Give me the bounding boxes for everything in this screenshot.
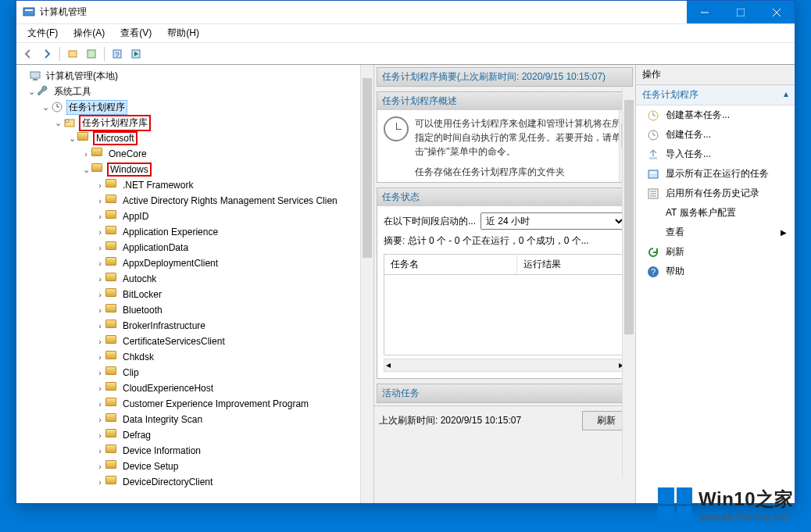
tree-label[interactable]: Application Experience bbox=[121, 227, 220, 237]
tree-label[interactable]: AppxDeploymentClient bbox=[121, 258, 220, 269]
action-item[interactable]: 创建基本任务... bbox=[636, 105, 795, 125]
tree-item[interactable]: › Autochk bbox=[18, 271, 372, 287]
tree-label[interactable]: Windows bbox=[107, 162, 152, 177]
tree-item[interactable]: › Bluetooth bbox=[18, 302, 372, 318]
actions-group-header[interactable]: 任务计划程序 ▴ bbox=[636, 85, 795, 105]
tree-label[interactable]: Defrag bbox=[121, 430, 152, 441]
tree-toggle-icon[interactable]: › bbox=[95, 180, 105, 190]
tree-task-scheduler-lib[interactable]: ⌄任务计划程序库 bbox=[52, 115, 372, 130]
tree-label[interactable]: BitLocker bbox=[121, 289, 163, 300]
action-item[interactable]: 导入任务... bbox=[636, 145, 795, 164]
tree-toggle-icon[interactable]: › bbox=[95, 212, 105, 221]
tree-task-scheduler[interactable]: ⌄ 任务计划程序 bbox=[18, 99, 372, 115]
task-table[interactable]: 任务名 运行结果 bbox=[384, 254, 626, 355]
tree-toggle-icon[interactable]: › bbox=[95, 430, 105, 440]
tree-label[interactable]: Device Information bbox=[121, 445, 202, 456]
tree-toggle-icon[interactable]: ⌄ bbox=[26, 87, 37, 97]
action-item[interactable]: ?帮助 bbox=[636, 262, 795, 281]
tree-toggle-icon[interactable]: › bbox=[95, 384, 105, 393]
tree-label[interactable]: Active Directory Rights Management Servi… bbox=[121, 195, 339, 206]
tree-label[interactable]: ApplicationData bbox=[121, 242, 190, 253]
tree-item[interactable]: › Chkdsk bbox=[18, 349, 372, 365]
tree-item[interactable]: › Data Integrity Scan bbox=[18, 412, 372, 427]
tree-windows[interactable]: ⌄Windows bbox=[52, 162, 372, 177]
tree-pane[interactable]: 计算机管理(本地) ⌄ 系统工具 ⌄ 任务计划程序 ⌄任务计划程序库 ⌄Micr… bbox=[16, 65, 374, 503]
menu-help[interactable]: 帮助(H) bbox=[159, 25, 207, 41]
action-item[interactable]: 刷新 bbox=[636, 242, 795, 262]
status-period-select[interactable]: 近 24 小时 bbox=[481, 212, 626, 230]
tree-toggle-icon[interactable]: ⌄ bbox=[80, 165, 91, 175]
tree-toggle-icon[interactable]: › bbox=[95, 337, 105, 346]
tree-label[interactable]: CloudExperienceHost bbox=[121, 383, 215, 394]
toolbar-up-button[interactable] bbox=[64, 45, 81, 62]
tree-item[interactable]: › BrokerInfrastructure bbox=[18, 318, 372, 334]
action-item[interactable]: 显示所有正在运行的任务 bbox=[636, 164, 795, 184]
toolbar-help-button[interactable]: ? bbox=[109, 45, 126, 62]
toolbar-properties-button[interactable] bbox=[83, 45, 100, 62]
summary-scrollbar[interactable] bbox=[622, 87, 635, 478]
tree-label[interactable]: DeviceDirectoryClient bbox=[121, 477, 214, 487]
tree-label[interactable]: OneCore bbox=[107, 148, 148, 159]
tree-toggle-icon[interactable]: › bbox=[95, 321, 105, 330]
tree-toggle-icon[interactable]: ⌄ bbox=[40, 102, 51, 112]
tree-item[interactable]: › Device Setup bbox=[18, 459, 372, 474]
tree-label[interactable]: AppID bbox=[121, 211, 150, 222]
status-header[interactable]: 任务状态 ▴ bbox=[377, 188, 632, 206]
tree-root[interactable]: 计算机管理(本地) bbox=[18, 68, 372, 84]
tree-toggle-icon[interactable]: ⌄ bbox=[66, 134, 77, 144]
tree-toggle-icon[interactable]: › bbox=[80, 149, 91, 159]
action-item[interactable]: 启用所有任务历史记录 bbox=[636, 184, 795, 203]
overview-header[interactable]: 任务计划程序概述 ▴ bbox=[377, 92, 632, 110]
tree-toggle-icon[interactable]: › bbox=[95, 352, 105, 362]
tree-label[interactable]: 任务计划程序 bbox=[66, 100, 127, 115]
tree-system-tools[interactable]: ⌄ 系统工具 bbox=[18, 84, 372, 99]
tree-label[interactable]: Customer Experience Improvement Program bbox=[121, 398, 310, 409]
menu-view[interactable]: 查看(V) bbox=[113, 25, 159, 41]
tree-item[interactable]: › DeviceDirectoryClient bbox=[18, 474, 372, 490]
tree-toggle-icon[interactable]: › bbox=[95, 243, 105, 252]
tree-label[interactable]: .NET Framework bbox=[121, 180, 195, 191]
action-item[interactable]: 创建任务... bbox=[636, 125, 795, 145]
tree-label[interactable]: Data Integrity Scan bbox=[121, 414, 204, 425]
tree-item[interactable]: › AppxDeploymentClient bbox=[18, 255, 372, 271]
tree-label[interactable]: CertificateServicesClient bbox=[121, 336, 227, 347]
tree-item[interactable]: › BitLocker bbox=[18, 287, 372, 302]
tree-toggle-icon[interactable]: › bbox=[95, 274, 105, 284]
col-task-name[interactable]: 任务名 bbox=[384, 255, 517, 274]
tree-item[interactable]: › Device Information bbox=[18, 443, 372, 459]
tree-item[interactable]: › CertificateServicesClient bbox=[18, 334, 372, 349]
action-item[interactable]: 查看▶ bbox=[636, 223, 795, 242]
tree-label[interactable]: Autochk bbox=[121, 273, 158, 284]
tree-label[interactable]: Clip bbox=[121, 367, 141, 378]
tree-toggle-icon[interactable]: › bbox=[95, 462, 105, 471]
tree-toggle-icon[interactable]: ⌄ bbox=[52, 118, 63, 128]
tree-label[interactable]: Bluetooth bbox=[121, 305, 164, 316]
minimize-button[interactable] bbox=[687, 1, 723, 23]
menu-action[interactable]: 操作(A) bbox=[66, 25, 113, 41]
tree-item[interactable]: › Clip bbox=[18, 365, 372, 380]
tree-item[interactable]: › .NET Framework bbox=[18, 177, 372, 193]
tree-label[interactable]: BrokerInfrastructure bbox=[121, 320, 207, 331]
tree-label[interactable]: 系统工具 bbox=[52, 85, 93, 98]
tree-toggle-icon[interactable]: › bbox=[95, 305, 105, 315]
toolbar-run-button[interactable] bbox=[127, 45, 145, 62]
task-hscrollbar[interactable]: ◂▸ bbox=[384, 359, 626, 372]
tree-label[interactable]: Chkdsk bbox=[121, 352, 155, 362]
tree-toggle-icon[interactable]: › bbox=[95, 415, 105, 424]
tree-toggle-icon[interactable]: › bbox=[95, 290, 105, 299]
tree-label[interactable]: 任务计划程序库 bbox=[79, 115, 151, 131]
tree-item[interactable]: › CloudExperienceHost bbox=[18, 380, 372, 396]
tree-microsoft[interactable]: ⌄Microsoft bbox=[52, 130, 372, 146]
tree-item[interactable]: › Active Directory Rights Management Ser… bbox=[18, 193, 372, 209]
menu-file[interactable]: 文件(F) bbox=[20, 25, 66, 41]
tree-toggle-icon[interactable]: › bbox=[95, 368, 105, 377]
tree-toggle-icon[interactable]: › bbox=[95, 227, 105, 237]
tree-item[interactable]: › AppID bbox=[18, 209, 372, 224]
toolbar-back-button[interactable] bbox=[20, 45, 37, 62]
action-item[interactable]: AT 服务帐户配置 bbox=[636, 203, 795, 223]
collapse-icon[interactable]: ▴ bbox=[784, 88, 788, 102]
active-tasks-header[interactable]: 活动任务 ▴ bbox=[377, 384, 632, 402]
tree-item[interactable]: › Application Experience bbox=[18, 224, 372, 240]
tree-toggle-icon[interactable]: › bbox=[95, 196, 105, 205]
tree-label[interactable]: Microsoft bbox=[93, 131, 138, 145]
